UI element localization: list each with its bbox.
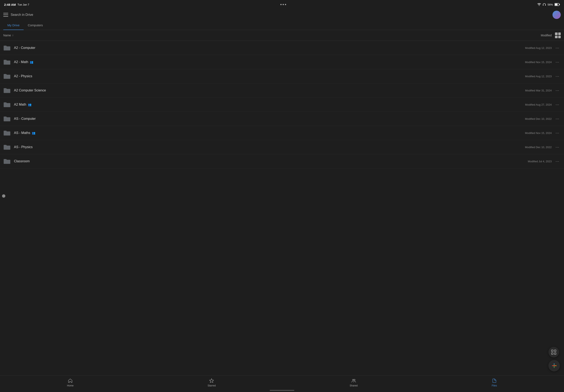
list-item[interactable]: A2 Math 👥 Modified Aug 27, 2024 ··· — [0, 98, 564, 112]
star-icon — [209, 378, 214, 383]
svg-rect-1 — [545, 5, 546, 6]
grid-view-button[interactable] — [555, 32, 561, 38]
svg-point-14 — [354, 379, 355, 380]
headphone-icon — [543, 3, 546, 6]
more-options-button[interactable]: ··· — [554, 59, 561, 65]
file-name: Classroom — [14, 159, 528, 163]
file-list: A2 - Computer Modified Aug 12, 2023 ··· … — [0, 41, 564, 168]
more-options-button[interactable]: ··· — [554, 73, 561, 80]
more-options-button[interactable]: ··· — [554, 115, 561, 122]
file-modified: Modified Dec 10, 2022 — [525, 146, 552, 149]
shared-badge: 👥 — [30, 60, 33, 64]
file-name: AS - Physics — [14, 145, 525, 149]
scroll-indicator — [2, 194, 5, 198]
list-item[interactable]: A2 - Physics Modified Aug 12, 2023 ··· — [0, 69, 564, 84]
svg-rect-4 — [559, 4, 560, 5]
fab-container — [548, 347, 560, 371]
shared-badge: 👥 — [32, 131, 35, 135]
folder-icon — [3, 73, 11, 79]
svg-point-11 — [554, 364, 555, 364]
svg-rect-3 — [555, 4, 558, 6]
svg-rect-6 — [554, 350, 556, 351]
svg-point-13 — [352, 379, 354, 380]
list-item[interactable]: A2 - Math 👥 Modified Nov 15, 2024 ··· — [0, 55, 564, 69]
menu-button[interactable] — [3, 13, 8, 17]
file-name: A2 - Math 👥 — [14, 60, 525, 64]
name-label: Name — [3, 34, 11, 37]
more-options-button[interactable]: ··· — [554, 158, 561, 165]
more-options-button[interactable]: ··· — [554, 101, 561, 108]
folder-icon — [3, 45, 11, 51]
list-item[interactable]: A2 Computer Science Modified Mar 31, 202… — [0, 84, 564, 98]
header-modified: Modified — [541, 34, 552, 37]
file-modified: Modified Nov 15, 2024 — [525, 61, 552, 64]
battery-percent: 56% — [548, 3, 553, 6]
plus-icon — [551, 363, 557, 368]
nav-shared-label: Shared — [350, 384, 358, 387]
nav-shared[interactable]: Shared — [346, 377, 362, 388]
main-content: Name ↑ Modified A2 - Computer Modified A… — [0, 30, 564, 168]
list-item[interactable]: AS - Maths 👥 Modified Nov 15, 2024 ··· — [0, 126, 564, 140]
file-name: AS - Computer — [14, 117, 525, 121]
add-fab[interactable] — [548, 360, 560, 371]
folder-icon — [3, 158, 11, 164]
nav-files[interactable]: Files — [488, 377, 501, 388]
svg-point-12 — [556, 365, 556, 366]
home-bar — [270, 390, 294, 391]
folder-icon — [3, 101, 11, 108]
search-input[interactable]: Search in Drive — [11, 11, 550, 18]
battery-icon — [555, 3, 560, 6]
file-name: A2 Math 👥 — [14, 103, 525, 106]
file-modified: Modified Nov 15, 2024 — [525, 131, 552, 135]
list-item[interactable]: Classroom Modified Jul 4, 2023 ··· — [0, 154, 564, 168]
more-options-button[interactable]: ··· — [554, 45, 561, 51]
folder-icon — [3, 144, 11, 150]
nav-starred-label: Starred — [208, 384, 216, 387]
folder-icon — [3, 59, 11, 65]
header-name[interactable]: Name ↑ — [3, 34, 541, 37]
file-modified: Modified Aug 27, 2024 — [525, 103, 552, 106]
nav-starred[interactable]: Starred — [204, 377, 220, 388]
more-options-button[interactable]: ··· — [554, 144, 561, 150]
file-list-header: Name ↑ Modified — [0, 30, 564, 41]
status-bar: 2:48 AM Tue Jan 7 56% — [0, 0, 564, 9]
file-name: A2 - Computer — [14, 46, 525, 50]
folder-icon — [3, 130, 11, 136]
files-icon — [492, 378, 497, 383]
list-item[interactable]: AS - Computer Modified Dec 10, 2022 ··· — [0, 112, 564, 126]
file-name: A2 Computer Science — [14, 89, 525, 92]
screenshot-fab[interactable] — [548, 347, 559, 357]
nav-home[interactable]: Home — [63, 377, 78, 388]
status-dots — [280, 4, 286, 5]
tab-my-drive[interactable]: My Drive — [3, 21, 24, 30]
svg-rect-7 — [551, 353, 553, 354]
more-options-button[interactable]: ··· — [554, 130, 561, 136]
avatar[interactable] — [552, 11, 561, 19]
list-item[interactable]: AS - Physics Modified Dec 10, 2022 ··· — [0, 140, 564, 154]
svg-rect-0 — [543, 5, 543, 6]
folder-icon — [3, 87, 11, 94]
file-modified: Modified Mar 31, 2024 — [525, 89, 552, 92]
status-indicators: 56% — [537, 3, 560, 6]
nav-files-label: Files — [492, 384, 497, 387]
list-item[interactable]: A2 - Computer Modified Aug 12, 2023 ··· — [0, 41, 564, 55]
shared-badge: 👥 — [28, 103, 31, 106]
status-time: 2:48 AM — [4, 3, 16, 6]
file-modified: Modified Aug 12, 2023 — [525, 75, 552, 78]
shared-nav-icon — [351, 378, 356, 383]
screenshot-icon — [551, 350, 556, 355]
file-modified: Modified Aug 12, 2023 — [525, 46, 552, 50]
file-name: A2 - Physics — [14, 74, 525, 78]
bottom-nav: Home Starred Shared Files — [0, 375, 564, 392]
top-bar: Search in Drive — [0, 9, 564, 21]
wifi-icon — [537, 3, 541, 6]
folder-icon — [3, 116, 11, 122]
file-name: AS - Maths 👥 — [14, 131, 525, 135]
file-modified: Modified Jul 4, 2023 — [528, 160, 552, 163]
tab-computers[interactable]: Computers — [24, 21, 47, 30]
svg-rect-5 — [551, 350, 553, 351]
sort-arrow: ↑ — [12, 34, 14, 37]
nav-home-label: Home — [67, 384, 73, 387]
more-options-button[interactable]: ··· — [554, 87, 561, 94]
home-icon — [68, 378, 73, 383]
